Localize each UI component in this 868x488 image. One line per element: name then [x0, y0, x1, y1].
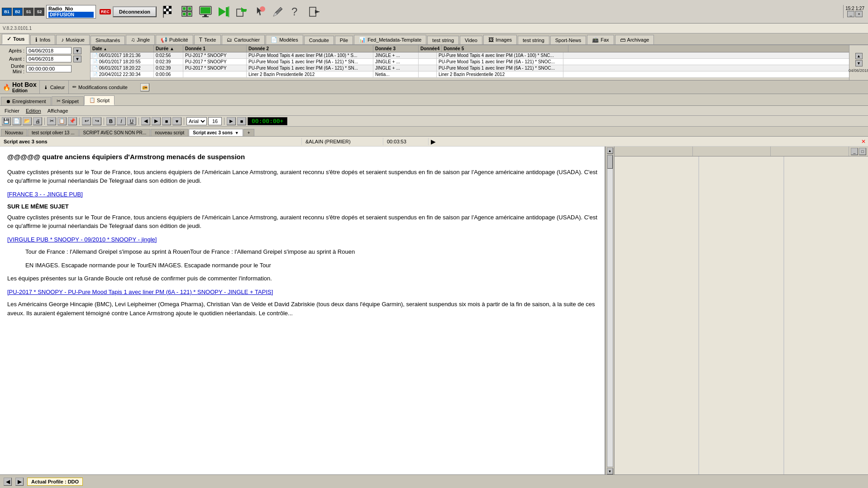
tab-fax[interactable]: 📠 Fax: [587, 35, 614, 44]
hotbox-extra-btn1[interactable]: 📻: [140, 83, 149, 91]
script-tab-3sons[interactable]: Script avec 3 sons ▼: [189, 129, 243, 136]
channel-s1-button[interactable]: S1: [24, 8, 33, 16]
tab-fed-metadata[interactable]: 📊 Fed_Metadata-Template: [354, 35, 426, 44]
tab-musique[interactable]: ♪ Musique: [56, 35, 90, 44]
script-link-1[interactable]: [FRANCE 3 - - JINGLE PUB]: [7, 191, 83, 198]
checkered-flag-icon[interactable]: [162, 5, 176, 19]
caleur-button[interactable]: 🌡 Caleur: [40, 81, 69, 94]
nav-prev-button[interactable]: ◀: [4, 478, 12, 486]
col-donnee5[interactable]: Donnée 5: [442, 45, 568, 52]
affichage-menu[interactable]: Affichage: [45, 107, 71, 114]
script-tab-close-icon[interactable]: ▼: [235, 131, 239, 135]
scroll-dn-button[interactable]: ▼: [855, 60, 863, 66]
redo-button[interactable]: ↪: [92, 117, 101, 125]
script-tab-oliver[interactable]: test script oliver 13 ...: [28, 129, 78, 136]
script-link-2[interactable]: [VIRGULE PUB * SNOOPY - 09/2010 * SNOOPY…: [7, 236, 157, 243]
scroll-up-button[interactable]: ▲: [855, 53, 863, 59]
list-item[interactable]: 📄 06/01/2017 18:20:22 0:02:39 PU-2017 * …: [91, 65, 849, 71]
script-tab-add[interactable]: +: [243, 129, 254, 136]
tab-sport-news[interactable]: Sport-News: [550, 36, 586, 44]
tab-pile[interactable]: Pile: [335, 36, 353, 44]
script-tab-non-pr[interactable]: SCRIPT AVEC SON NON PR...: [79, 129, 151, 136]
bold-button[interactable]: B: [106, 117, 115, 125]
fichier-menu[interactable]: Fichier: [2, 107, 22, 114]
stop-button[interactable]: ■: [237, 117, 246, 125]
tab-video[interactable]: Video: [460, 36, 482, 44]
tab-snippet[interactable]: ✂ Snippet: [52, 96, 84, 105]
help-icon[interactable]: ?: [289, 5, 303, 19]
tab-publicite[interactable]: 📢 Publicité: [156, 35, 193, 44]
tab-jingle[interactable]: ♫ Jingle: [126, 35, 155, 44]
script-link-3[interactable]: [PU-2017 * SNOOPY - PU-Pure Mood Tapis 1…: [7, 289, 273, 295]
right-maximize-btn[interactable]: □: [859, 148, 866, 155]
modifications-button[interactable]: ✏ Modifications conduite: [69, 81, 131, 94]
channel-b2-button[interactable]: B2: [13, 8, 23, 16]
avant-input[interactable]: [26, 55, 72, 62]
play-button[interactable]: ▶: [227, 117, 236, 125]
print-button[interactable]: 🖨: [33, 117, 42, 125]
open-button[interactable]: 📂: [23, 117, 32, 125]
script-nav-arrow[interactable]: ▶: [429, 138, 438, 145]
col-donnee2[interactable]: Donnée 2: [247, 45, 373, 52]
italic-button[interactable]: I: [117, 117, 126, 125]
save-button[interactable]: 💾: [2, 117, 11, 125]
arrow-right-icon[interactable]: [216, 5, 231, 19]
script-scrollbar[interactable]: ▲ ▼: [606, 147, 615, 474]
monitor-icon[interactable]: [198, 5, 213, 19]
tab-tous[interactable]: ✓ Tous: [2, 34, 29, 44]
export-icon[interactable]: [234, 5, 249, 19]
tab-images[interactable]: 🖼 Images: [483, 35, 517, 44]
list-item[interactable]: 📄 06/01/2017 18:21:36 0:02:56 PU-2017 * …: [91, 52, 849, 59]
special-button[interactable]: ♥: [172, 117, 181, 125]
panel-minimize-button[interactable]: _: [847, 11, 854, 17]
script-tab-nouveau2[interactable]: nouveau script: [151, 129, 188, 136]
panel-close-button[interactable]: ×: [855, 11, 863, 17]
tab-test-string2[interactable]: test string: [518, 36, 549, 44]
pen-icon[interactable]: [271, 5, 285, 19]
tab-archivage[interactable]: 🗃 Archivage: [615, 35, 654, 44]
right-minimize-btn[interactable]: _: [851, 148, 858, 155]
list-item[interactable]: 📄 06/01/2017 18:20:55 0:02:39 PU-2017 * …: [91, 59, 849, 65]
duree-input[interactable]: [26, 65, 72, 72]
grid-icon[interactable]: [180, 5, 195, 19]
cursor-icon[interactable]: [253, 5, 267, 19]
channel-s2-button[interactable]: S2: [34, 8, 44, 16]
underline-button[interactable]: U: [127, 117, 136, 125]
edition-menu[interactable]: Edition: [23, 107, 44, 114]
nav-next-button[interactable]: ▶: [15, 478, 24, 486]
script-tab-nouveau[interactable]: Nouveau: [1, 129, 27, 136]
undo-button[interactable]: ↩: [82, 117, 91, 125]
list-item[interactable]: 📄 20/04/2012 22:30:34 0:00:06 Liner 2 Ba…: [91, 71, 849, 78]
script-panel-close[interactable]: ✕: [859, 138, 868, 145]
tab-infos[interactable]: ℹ Infos: [30, 35, 55, 44]
col-donnee1[interactable]: Donnée 1: [183, 45, 247, 52]
tab-conduite[interactable]: Conduite: [304, 36, 334, 44]
tab-simultanes[interactable]: Simultanés: [91, 36, 125, 44]
new-button[interactable]: 📄: [12, 117, 21, 125]
tab-texte[interactable]: T Texte: [194, 35, 221, 44]
scroll-up-btn[interactable]: ▲: [607, 147, 613, 154]
exit-icon[interactable]: [307, 5, 321, 19]
align-center-button[interactable]: ▶: [152, 117, 161, 125]
col-donnee3[interactable]: Donnée 3: [373, 45, 419, 52]
font-family-select[interactable]: Arial: [186, 117, 207, 125]
font-size-input[interactable]: [208, 117, 222, 125]
cut-button[interactable]: ✂: [47, 117, 56, 125]
align-left-button[interactable]: ◀: [141, 117, 150, 125]
tab-test-string[interactable]: test string: [427, 36, 459, 44]
tab-modeles[interactable]: 📄 Modèles: [266, 35, 303, 44]
script-editor[interactable]: @@@@@ quatre anciens équipiers d'Armstro…: [0, 147, 606, 474]
tab-script[interactable]: 📋 Script: [84, 95, 114, 105]
channel-b1-button[interactable]: B1: [2, 8, 12, 16]
paste-button[interactable]: 📌: [68, 117, 77, 125]
avant-arrow[interactable]: ▼: [73, 56, 81, 62]
apres-arrow[interactable]: ▼: [73, 47, 81, 54]
col-date[interactable]: Date ▲: [91, 45, 154, 52]
col-donnee4[interactable]: Donnée4: [419, 45, 442, 52]
copy-button[interactable]: 📋: [57, 117, 67, 125]
scroll-dn-btn[interactable]: ▼: [607, 468, 613, 474]
col-duree[interactable]: Durée ▲: [154, 45, 183, 52]
apres-input[interactable]: [26, 47, 72, 54]
tab-cartouchier[interactable]: 🗂 Cartouchier: [222, 35, 265, 44]
disconnect-button[interactable]: Déconnexion: [113, 6, 157, 17]
